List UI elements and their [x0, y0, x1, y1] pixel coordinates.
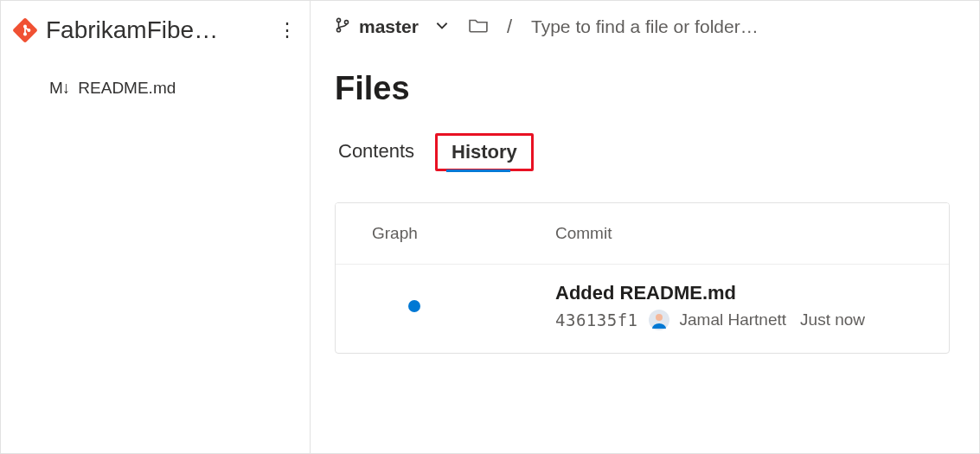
git-icon: [13, 18, 37, 42]
repo-name[interactable]: FabrikamFibe…: [46, 16, 266, 44]
svg-point-7: [336, 29, 340, 32]
svg-point-8: [344, 21, 348, 24]
avatar: [649, 310, 669, 330]
commit-sha[interactable]: 436135f1: [555, 310, 638, 329]
path-separator: /: [507, 16, 512, 38]
svg-point-10: [656, 314, 663, 321]
graph-cell: [356, 300, 555, 312]
branch-picker[interactable]: master: [335, 16, 450, 37]
commit-meta: 436135f1 Jamal Hartnett Just now: [555, 310, 928, 330]
topbar: master /: [335, 13, 950, 41]
main-panel: master / Files Contents History Graph Co…: [311, 1, 979, 453]
svg-point-6: [336, 18, 340, 22]
commit-time: Just now: [800, 310, 865, 329]
tree-item-readme[interactable]: M↓ README.md: [1, 74, 310, 103]
branch-icon: [335, 17, 350, 36]
markdown-icon: M↓: [49, 79, 69, 98]
column-header-commit: Commit: [555, 224, 928, 243]
commit-dot-icon: [408, 300, 420, 312]
history-row[interactable]: Added README.md 436135f1 Jamal Hartnett …: [336, 265, 949, 353]
page-title: Files: [335, 70, 950, 107]
history-header: Graph Commit: [336, 203, 949, 265]
commit-cell: Added README.md 436135f1 Jamal Hartnett …: [555, 282, 928, 330]
commit-author[interactable]: Jamal Hartnett: [680, 310, 787, 329]
tab-history[interactable]: History: [435, 133, 534, 171]
tree-item-label: README.md: [78, 79, 176, 98]
file-tree: M↓ README.md: [1, 60, 310, 103]
repo-header: FabrikamFibe… ⋮: [1, 16, 310, 60]
sidebar: FabrikamFibe… ⋮ M↓ README.md: [1, 1, 311, 453]
path-search-input[interactable]: [531, 13, 950, 41]
branch-name: master: [359, 16, 419, 37]
commit-message: Added README.md: [555, 282, 928, 304]
folder-icon: [469, 17, 488, 36]
more-options-icon[interactable]: ⋮: [275, 18, 299, 42]
column-header-graph: Graph: [356, 224, 555, 243]
chevron-down-icon: [434, 17, 450, 37]
tabs: Contents History: [335, 133, 950, 171]
history-panel: Graph Commit Added README.md 436135f1: [335, 202, 950, 354]
tab-contents[interactable]: Contents: [335, 133, 432, 171]
